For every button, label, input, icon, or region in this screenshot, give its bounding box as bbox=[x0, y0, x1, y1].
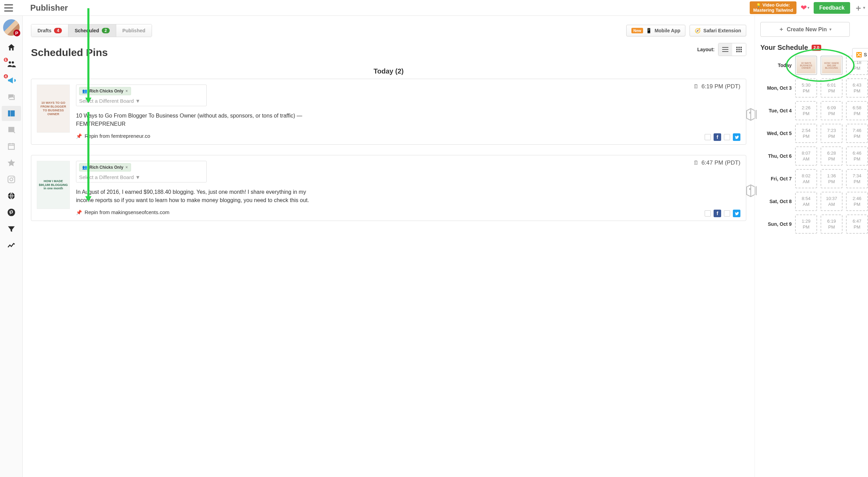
scheduled-pin-card: 10 WAYS TO GO FROM BLOGGER TO BUSINESS O… bbox=[31, 79, 746, 145]
twitter-icon[interactable] bbox=[733, 210, 740, 217]
schedule-slot-empty[interactable]: 10:37AM bbox=[821, 192, 843, 211]
slot-thumbnail: HOW I MADE $90,188 BLOGGING bbox=[822, 57, 841, 74]
phone-icon: 📱 bbox=[646, 28, 652, 33]
schedule-slot-empty[interactable]: 6:47PM bbox=[846, 214, 868, 234]
video-guide-line2: Mastering Tailwind bbox=[753, 8, 793, 13]
schedule-slot-empty[interactable]: 2:46PM bbox=[846, 192, 868, 211]
remove-board-button[interactable]: × bbox=[126, 165, 128, 170]
menu-toggle-button[interactable] bbox=[3, 1, 16, 14]
schedule-slot-empty[interactable]: 6:58PM bbox=[846, 101, 868, 120]
schedule-slot-empty[interactable]: 2:26PM bbox=[795, 101, 817, 120]
layout-list-button[interactable] bbox=[718, 43, 732, 56]
safari-extension-button[interactable]: 🧭 Safari Extension bbox=[690, 25, 746, 36]
facebook-icon[interactable]: f bbox=[714, 133, 721, 141]
mobile-app-button[interactable]: New 📱 Mobile App bbox=[626, 25, 686, 36]
slot-time: 6:19 bbox=[827, 219, 836, 224]
feedback-button[interactable]: Feedback bbox=[814, 2, 850, 14]
schedule-slot-empty[interactable]: 6:28PM bbox=[821, 146, 843, 166]
nav-globe[interactable] bbox=[2, 188, 21, 203]
favorites-dropdown[interactable]: ❤▾ bbox=[801, 3, 810, 12]
schedule-day-label: Tue, Oct 4 bbox=[760, 108, 792, 113]
scheduled-time[interactable]: 🗓 6:47 PM (PDT) bbox=[693, 159, 740, 166]
schedule-slot-empty[interactable]: 6:01PM bbox=[821, 78, 843, 98]
layout-grid-button[interactable] bbox=[732, 43, 746, 56]
schedule-slot-empty[interactable]: 6:43PM bbox=[846, 78, 868, 98]
tab-drafts[interactable]: Drafts 4 bbox=[31, 24, 68, 37]
nav-pinterest[interactable] bbox=[2, 205, 21, 220]
schedule-slot-empty[interactable]: 1:29PM bbox=[795, 214, 817, 234]
slot-period: AM bbox=[803, 202, 810, 207]
slot-time: 8:54 bbox=[802, 196, 810, 201]
board-select[interactable]: 👥 Rich Chicks Only × Select a Different … bbox=[76, 161, 207, 182]
schedule-day-label: Wed, Oct 5 bbox=[760, 131, 792, 136]
board-select[interactable]: 👥 Rich Chicks Only × Select a Different … bbox=[76, 85, 207, 106]
pinterest-badge-icon: P bbox=[13, 30, 20, 36]
nav-instagram[interactable] bbox=[2, 172, 21, 187]
shuffle-queue-button[interactable]: 🔀 S bbox=[852, 48, 868, 61]
schedule-slot-empty[interactable]: 5:30PM bbox=[795, 78, 817, 98]
facebook-checkbox[interactable] bbox=[705, 210, 711, 217]
schedule-day-label: Today bbox=[760, 63, 792, 68]
nav-inspector[interactable] bbox=[2, 122, 21, 137]
schedule-slot-empty[interactable]: 7:46PM bbox=[846, 124, 868, 143]
schedule-slot-empty[interactable]: 7:34PM bbox=[846, 169, 868, 188]
board-tag[interactable]: 👥 Rich Chicks Only × bbox=[79, 87, 131, 95]
tabs-row: Drafts 4 Scheduled 2 Published New 📱 Mob… bbox=[31, 24, 746, 37]
schedule-slot-empty[interactable]: 7:23PM bbox=[821, 124, 843, 143]
twitter-icon[interactable] bbox=[733, 133, 740, 141]
nav-media[interactable] bbox=[2, 89, 21, 104]
new-badge: New bbox=[631, 28, 643, 33]
video-guide-button[interactable]: 💡 Video Guide: Mastering Tailwind bbox=[750, 1, 796, 14]
account-avatar[interactable]: P bbox=[3, 19, 20, 36]
schedule-day-label: Fri, Oct 7 bbox=[760, 176, 792, 181]
nav-home[interactable] bbox=[2, 40, 21, 55]
create-new-pin-button[interactable]: ＋ Create New Pin ▾ bbox=[760, 22, 850, 37]
board-placeholder[interactable]: Select a Different Board ▼ bbox=[79, 174, 204, 180]
slot-time: 6:58 bbox=[853, 105, 861, 110]
schedule-slot-filled[interactable]: HOW I MADE $90,188 BLOGGING bbox=[821, 56, 843, 75]
pin-description[interactable]: 10 Ways to Go From Blogger To Business O… bbox=[76, 112, 324, 128]
board-placeholder[interactable]: Select a Different Board ▼ bbox=[79, 98, 204, 104]
slot-period: PM bbox=[854, 66, 860, 71]
facebook-icon[interactable]: f bbox=[714, 210, 721, 217]
add-dropdown[interactable]: ＋▾ bbox=[854, 2, 865, 13]
slot-period: PM bbox=[828, 134, 835, 139]
schedule-slot-empty[interactable]: 1:36PM bbox=[821, 169, 843, 188]
nav-campaigns[interactable]: 4 bbox=[2, 73, 21, 88]
slot-period: PM bbox=[854, 224, 860, 230]
group-header-today: Today (2) bbox=[31, 67, 746, 75]
facebook-checkbox[interactable] bbox=[705, 134, 711, 140]
tab-scheduled[interactable]: Scheduled 2 bbox=[68, 24, 116, 37]
pin-description[interactable]: In August of 2016, I earned $90,188.40 b… bbox=[76, 188, 324, 204]
remove-board-button[interactable]: × bbox=[126, 89, 128, 93]
nav-tribes[interactable]: 6 bbox=[2, 56, 21, 71]
svg-point-15 bbox=[750, 189, 751, 190]
scheduled-time-label: 6:47 PM (PDT) bbox=[702, 159, 740, 166]
chevron-down-icon: ▾ bbox=[829, 27, 832, 32]
slot-time: 7:34 bbox=[853, 173, 861, 178]
schedule-slot-empty[interactable]: 8:02AM bbox=[795, 169, 817, 188]
slot-time: 7:23 bbox=[827, 128, 836, 133]
pin-thumbnail[interactable]: 10 WAYS TO GO FROM BLOGGER TO BUSINESS O… bbox=[37, 85, 70, 133]
nav-trends[interactable] bbox=[2, 238, 21, 253]
schedule-slot-empty[interactable]: 2:54PM bbox=[795, 124, 817, 143]
svg-point-14 bbox=[750, 112, 751, 113]
grid-icon bbox=[736, 47, 742, 52]
schedule-slot-filled[interactable]: 10 WAYS BUSINESS OWNER bbox=[795, 56, 817, 75]
nav-filter[interactable] bbox=[2, 221, 21, 236]
pin-thumbnail[interactable]: HOW I MADE $90,188 BLOGGING in one month bbox=[37, 161, 70, 209]
schedule-slot-empty[interactable]: 8:54AM bbox=[795, 192, 817, 211]
schedule-slot-empty[interactable]: 6:19PM bbox=[821, 214, 843, 234]
nav-star[interactable] bbox=[2, 155, 21, 170]
nav-publisher[interactable] bbox=[2, 106, 21, 121]
scheduled-time[interactable]: 🗓 6:19 PM (PDT) bbox=[693, 83, 740, 90]
twitter-checkbox[interactable] bbox=[724, 134, 730, 140]
nav-calendar[interactable] bbox=[2, 139, 21, 154]
schedule-slot-empty[interactable]: 6:46PM bbox=[846, 146, 868, 166]
slot-time: 8:02 bbox=[802, 173, 810, 178]
schedule-slot-empty[interactable]: 8:07AM bbox=[795, 146, 817, 166]
board-tag[interactable]: 👥 Rich Chicks Only × bbox=[79, 163, 131, 171]
schedule-slot-empty[interactable]: 6:09PM bbox=[821, 101, 843, 120]
tab-published[interactable]: Published bbox=[116, 24, 152, 37]
twitter-checkbox[interactable] bbox=[724, 210, 730, 217]
